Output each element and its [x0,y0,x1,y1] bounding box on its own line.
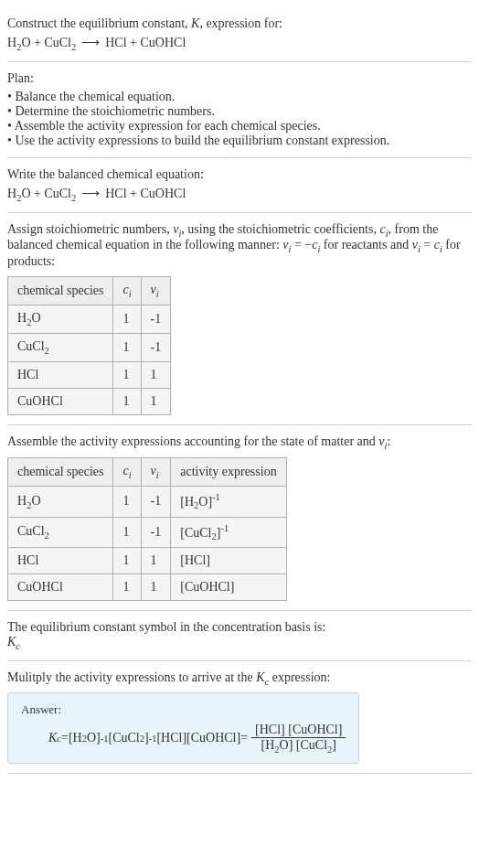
cell-ci: 1 [113,361,141,388]
text: CuCl [17,339,45,353]
table-row: HCl 1 1 [8,361,171,388]
plus: + [31,36,45,49]
text: [CuOHCl] [186,731,240,745]
subscript: i [129,289,132,299]
subscript: i [156,289,159,299]
multiply-text: Mulitply the activity expressions to arr… [7,670,472,687]
var-k: K [191,16,199,30]
cell-nui: -1 [141,333,171,361]
section-symbol: The equilibrium constant symbol in the c… [7,611,472,661]
species-cucl2: CuCl [44,36,71,49]
text: : [387,434,390,448]
table-header-row: chemical species ci νi [8,277,171,305]
cell-species: CuCl2 [8,517,113,547]
balanced-heading: Write the balanced chemical equation: [7,167,472,182]
col-species: chemical species [8,458,113,487]
cell-ci: 1 [113,548,141,574]
cell-ci: 1 [113,305,141,333]
text: , using the stoichiometric coefficients, [181,222,379,236]
arrow-icon: ⟶ [81,36,100,49]
text: O] [198,495,212,509]
cell-ci: 1 [113,574,141,601]
text: O] [87,731,101,745]
kc-symbol: Kc [7,635,472,651]
symbol-text: The equilibrium constant symbol in the c… [7,620,472,635]
table-row: CuCl2 1 -1 [8,333,171,361]
table-row: H2O 1 -1 [H2O]-1 [8,487,287,517]
cell-activity: [CuOHCl] [171,574,286,601]
cell-nui: -1 [141,487,171,517]
cell-species: CuOHCl [8,388,113,414]
text: O [21,187,30,200]
text: for reactants and [320,238,411,252]
table-row: HCl 1 1 [HCl] [8,548,287,574]
table-row: CuOHCl 1 1 [CuOHCl] [8,574,287,601]
text: Construct the equilibrium constant, [7,16,191,30]
plan-item: Balance the chemical equation. [7,90,472,104]
section-plan: Plan: Balance the chemical equation. Det… [7,62,472,158]
fraction: [HCl] [CuOHCl] [H2O] [CuCl2] [251,723,346,755]
table-header-row: chemical species ci νi activity expressi… [8,458,287,487]
table-row: CuOHCl 1 1 [8,388,171,414]
text: [CuCl [108,731,139,745]
cell-ci: 1 [113,487,141,517]
species-h2o: H [7,36,16,49]
var-k: K [256,670,264,684]
col-ci: ci [113,458,141,487]
subscript: 2 [45,346,49,356]
cell-activity: [CuCl2]-1 [171,517,286,547]
section-stoich: Assign stoichiometric numbers, νi, using… [7,213,472,425]
equals: = [240,731,248,745]
species-cucl2: CuCl [44,187,71,200]
section-multiply: Mulitply the activity expressions to arr… [7,661,472,775]
answer-box: Answer: Kc = [H2O]-1 [CuCl2]-1 [HCl] [Cu… [7,692,359,765]
balanced-equation: H2O + CuCl2⟶HCl + CuOHCl [7,186,472,203]
species-hcl: HCl [105,36,126,49]
activity-table: chemical species ci νi activity expressi… [7,457,287,601]
text: [CuCl [296,738,327,752]
text: Assemble the activity expressions accoun… [7,434,378,448]
col-species: chemical species [8,277,113,305]
cell-species: CuOHCl [8,574,113,601]
answer-label: Answer: [21,702,346,717]
var-k: K [48,731,57,745]
text: H [17,311,27,325]
prompt-text: Construct the equilibrium constant, K, e… [7,16,472,31]
numerator: [HCl] [CuOHCl] [251,723,346,738]
col-nui: νi [141,458,171,487]
text: [CuOHCl] [288,723,342,736]
subscript: 2 [71,193,76,203]
cell-nui: 1 [141,574,171,601]
cell-ci: 1 [113,517,141,547]
text: [H [69,731,82,745]
cell-species: H2O [8,305,113,333]
text: [CuCl [180,525,211,539]
species-cuohcl: CuOHCl [140,36,186,49]
subscript: i [129,470,132,480]
chemical-equation: H2O + CuCl2⟶HCl + CuOHCl [7,35,472,52]
plan-item: Determine the stoichiometric numbers. [7,104,472,119]
text: Assign stoichiometric numbers, [7,222,173,236]
col-activity: activity expression [171,458,286,487]
text: O] [280,738,296,752]
table-row: CuCl2 1 -1 [CuCl2]-1 [8,517,287,547]
superscript: -1 [212,492,220,502]
subscript: 2 [71,42,76,52]
subscript: c [16,641,20,651]
var-k: K [7,635,16,648]
plus: + [31,187,45,200]
superscript: -1 [101,734,109,744]
cell-nui: 1 [141,388,171,414]
text: [H [261,738,275,752]
text: expression: [269,670,330,684]
col-nui: νi [141,277,171,305]
cell-ci: 1 [113,333,141,361]
subscript: i [156,470,159,480]
plus: + [127,187,141,200]
species-h2o: H [7,187,16,200]
cell-nui: 1 [141,548,171,574]
text: Mulitply the activity expressions to arr… [7,670,256,684]
plan-item: Assemble the activity expression for eac… [7,119,472,134]
plan-item: Use the activity expressions to build th… [7,134,472,148]
stoich-text: Assign stoichiometric numbers, νi, using… [7,222,472,270]
